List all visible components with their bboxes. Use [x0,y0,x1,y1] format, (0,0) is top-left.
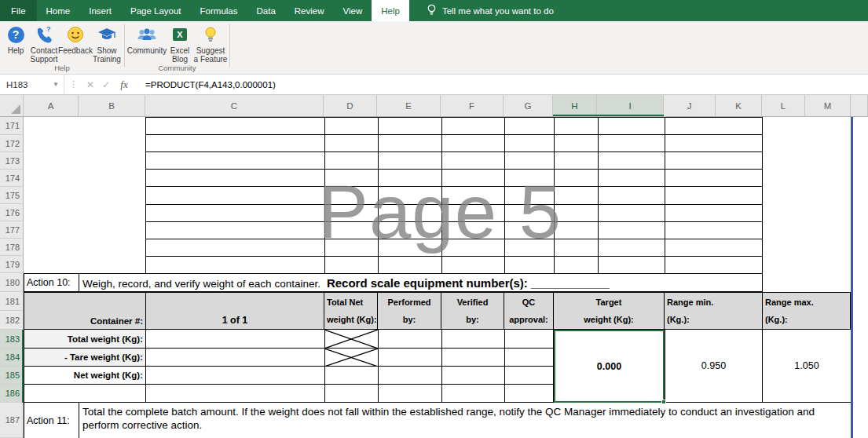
range-min-header-cell[interactable]: Range min. (Kg.): [665,293,763,329]
column-header-m[interactable]: M [805,95,851,116]
column-header-g[interactable]: G [504,95,553,116]
row-header-175[interactable]: 175 [0,187,23,204]
range-max-line2: (Kg.): [765,310,852,327]
tab-view[interactable]: View [334,0,372,21]
row-header-172[interactable]: 172 [0,135,23,152]
tab-page-layout[interactable]: Page Layout [121,0,191,21]
target-weight-cell-selected[interactable]: 0.000 [554,330,665,403]
action10-text-cell[interactable]: Weigh, record, and verify weight of each… [79,276,610,290]
action10-label-cell[interactable]: Action 10: [24,274,79,291]
tab-file[interactable]: File [0,0,37,21]
page-break-line [851,117,853,438]
tell-me-label: Tell me what you want to do [442,6,554,16]
feedback-label: Feedback [58,46,93,55]
column-header-l[interactable]: L [762,95,805,116]
contact-support-label-2: Support [30,55,57,64]
performed-line2: by: [378,310,441,327]
row-header-185[interactable]: 185 [0,367,23,385]
verified-by-header-cell[interactable]: Verified by: [441,293,504,329]
row-header-184[interactable]: 184 [0,349,23,367]
column-header-f[interactable]: F [441,95,504,116]
column-header-c[interactable]: C [145,95,324,116]
row-header-183[interactable]: 183 [0,330,23,349]
row-header-181[interactable]: 181 [0,292,23,311]
column-header-a[interactable]: A [24,95,79,116]
select-all-triangle-icon [10,104,21,115]
range-min-line2: (Kg.): [667,310,762,327]
tab-review[interactable]: Review [285,0,334,21]
container-header-cell[interactable]: Container #: [24,293,146,329]
range-max-line1: Range max. [765,293,852,310]
total-net-line2: weight (Kg): [327,310,377,327]
action10-bold-text: Record scale equipment number(s): [327,276,528,290]
column-header-partial[interactable] [851,95,868,116]
name-box[interactable]: H183 ▼ [0,75,64,94]
tab-insert[interactable]: Insert [79,0,121,21]
cancel-formula-icon[interactable]: ✕ [82,79,98,90]
row-header-173[interactable]: 173 [0,152,23,170]
row-header-182[interactable]: 182 [0,311,23,330]
community-button[interactable]: Community [127,24,167,55]
ribbon-group-separator [124,24,125,67]
target-weight-header-cell[interactable]: Target weight (Kg): [554,293,665,329]
weights-table-header: Container #: 1 of 1 Total Net weight (Kg… [24,292,851,330]
contact-support-button[interactable]: ? Contact Support [28,24,60,64]
action11-text-cell[interactable]: Total the complete batch amount. If the … [79,403,851,438]
column-header-e[interactable]: E [377,95,441,116]
column-header-h[interactable]: H [553,95,597,116]
tab-home[interactable]: Home [37,0,80,21]
column-header-j[interactable]: J [664,95,716,116]
formula-bar-drag-handle[interactable]: ⋮ [64,79,82,89]
column-header-b[interactable]: B [79,95,145,116]
tab-formulas[interactable]: Formulas [191,0,247,21]
formula-bar: H183 ▼ ⋮ ✕ ✓ fx =PRODUCT(F4,A143,0.00000… [0,75,868,95]
show-training-button[interactable]: Show Training [91,24,123,64]
enter-formula-icon[interactable]: ✓ [98,79,114,90]
tab-data[interactable]: Data [247,0,285,21]
net-weight-label-cell[interactable]: Net weight (Kg): [24,367,146,385]
qc-approval-header-cell[interactable]: QC approval: [504,293,554,329]
help-icon: ? [8,24,24,45]
feedback-button[interactable]: Feedback [60,24,91,55]
range-max-cell[interactable]: 1.050 [763,330,852,403]
column-header-k[interactable]: K [716,95,762,116]
total-net-header-cell[interactable]: Total Net weight (Kg): [324,293,378,329]
tell-me-box[interactable]: Tell me what you want to do [420,0,560,21]
row-header-180[interactable]: 180 [0,273,23,292]
range-min-cell[interactable]: 0.950 [665,330,763,403]
blank-label-cell[interactable] [24,385,146,403]
row-header-171[interactable]: 171 [0,117,23,135]
action11-label-cell[interactable]: Action 11: [24,403,79,438]
action11-row[interactable]: Action 11: Total the complete batch amou… [24,403,851,438]
total-weight-label-cell[interactable]: Total weight (Kg): [24,330,146,349]
tare-weight-label-cell[interactable]: - Tare weight (Kg): [24,349,146,367]
excel-blog-button[interactable]: X Excel Blog [167,24,193,64]
row-header-176[interactable]: 176 [0,204,23,221]
action10-blank-line: ____________ [531,276,610,290]
name-box-dropdown-icon[interactable]: ▼ [53,81,59,88]
ribbon-tab-bar: File Home Insert Page Layout Formulas Da… [0,0,868,21]
insert-function-icon[interactable]: fx [114,78,134,91]
help-button[interactable]: ? Help [3,24,28,55]
crossed-out-cell-icon [324,349,378,367]
row-header-179[interactable]: 179 [0,256,23,273]
tab-help[interactable]: Help [372,0,409,21]
row-header-178[interactable]: 178 [0,239,23,256]
row-header-186[interactable]: 186 [0,385,23,403]
column-header-i[interactable]: I [597,95,664,116]
suggest-feature-button[interactable]: Suggest a Feature [193,24,228,64]
row-header-174[interactable]: 174 [0,170,23,187]
row-header-177[interactable]: 177 [0,221,23,239]
container-value-cell[interactable]: 1 of 1 [146,293,324,329]
column-header-d[interactable]: D [324,95,377,116]
svg-text:?: ? [46,25,51,33]
row-header-187[interactable]: 187 [0,403,23,438]
action10-row[interactable]: Action 10: Weigh, record, and verify wei… [24,273,763,292]
performed-by-header-cell[interactable]: Performed by: [378,293,441,329]
community-group-label: Community [126,64,229,72]
excel-blog-label-2: Blog [172,55,188,64]
selection-fill-handle[interactable] [661,400,666,404]
select-all-corner[interactable] [0,95,24,116]
formula-input[interactable]: =PRODUCT(F4,A143,0.000001) [134,80,276,89]
range-max-header-cell[interactable]: Range max. (Kg.): [763,293,852,329]
